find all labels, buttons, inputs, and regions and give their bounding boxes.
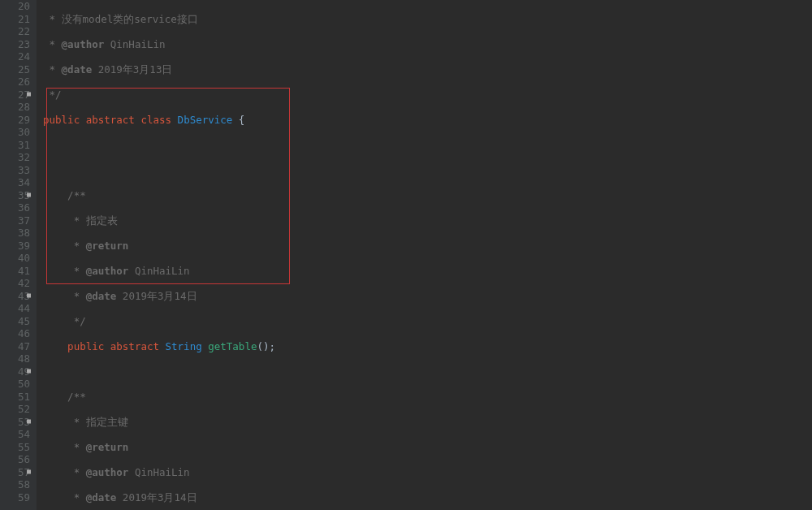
line-number: 59 bbox=[0, 491, 30, 504]
code-area[interactable]: * 没有model类的service接口 * @author QinHaiLin… bbox=[37, 0, 812, 510]
line-number: 27 bbox=[0, 89, 30, 102]
line-number: 41 bbox=[0, 265, 30, 278]
line-number: 28 bbox=[0, 101, 30, 114]
code-line: * 没有model类的service接口 bbox=[43, 13, 812, 26]
line-number-gutter: 20 21 22 23 24 25 26 27 28 29 30 31 32 3… bbox=[0, 0, 37, 510]
line-number: 46 bbox=[0, 327, 30, 340]
code-line: /** bbox=[43, 391, 812, 404]
code-line: public abstract class DbService { bbox=[43, 114, 812, 127]
line-number: 55 bbox=[0, 441, 30, 454]
line-number: 42 bbox=[0, 277, 30, 290]
line-number: 56 bbox=[0, 453, 30, 466]
line-number: 26 bbox=[0, 76, 30, 89]
line-number: 36 bbox=[0, 201, 30, 214]
line-number: 58 bbox=[0, 478, 30, 491]
line-number: 44 bbox=[0, 302, 30, 315]
line-number: 33 bbox=[0, 164, 30, 177]
code-line: * @date 2019年3月14日 bbox=[43, 290, 812, 303]
line-number: 43 bbox=[0, 290, 30, 303]
code-line: /** bbox=[43, 189, 812, 202]
line-number: 45 bbox=[0, 315, 30, 328]
line-number: 30 bbox=[0, 126, 30, 139]
line-number: 37 bbox=[0, 214, 30, 227]
line-number: 52 bbox=[0, 403, 30, 416]
code-line: */ bbox=[43, 315, 812, 328]
line-number: 25 bbox=[0, 63, 30, 76]
line-number: 20 bbox=[0, 0, 30, 13]
code-line: * @return bbox=[43, 240, 812, 253]
line-number: 53 bbox=[0, 416, 30, 429]
line-number: 48 bbox=[0, 352, 30, 365]
line-number: 57 bbox=[0, 466, 30, 479]
line-number: 34 bbox=[0, 176, 30, 189]
code-line: * 指定表 bbox=[43, 214, 812, 227]
line-number: 29 bbox=[0, 114, 30, 127]
code-line: * @date 2019年3月13日 bbox=[43, 63, 812, 76]
code-line: * 指定主键 bbox=[43, 416, 812, 429]
line-number: 49 bbox=[0, 365, 30, 378]
code-line: * @author QinHaiLin bbox=[43, 466, 812, 479]
code-line bbox=[43, 164, 812, 177]
line-number: 22 bbox=[0, 25, 30, 38]
line-number: 38 bbox=[0, 227, 30, 240]
code-line: * @author QinHaiLin bbox=[43, 265, 812, 278]
line-number: 50 bbox=[0, 378, 30, 391]
line-number: 40 bbox=[0, 252, 30, 265]
line-number: 39 bbox=[0, 240, 30, 253]
line-number: 23 bbox=[0, 38, 30, 51]
line-number: 54 bbox=[0, 428, 30, 441]
line-number: 51 bbox=[0, 391, 30, 404]
code-line: * @author QinHaiLin bbox=[43, 38, 812, 51]
code-line: * @date 2019年3月14日 bbox=[43, 491, 812, 504]
line-number: 24 bbox=[0, 50, 30, 63]
line-number: 47 bbox=[0, 340, 30, 353]
code-line: public abstract String getTable(); bbox=[43, 340, 812, 353]
code-editor[interactable]: 20 21 22 23 24 25 26 27 28 29 30 31 32 3… bbox=[0, 0, 812, 510]
line-number: 32 bbox=[0, 151, 30, 164]
code-line: */ bbox=[43, 89, 812, 102]
line-number: 21 bbox=[0, 13, 30, 26]
code-line bbox=[43, 365, 812, 378]
line-number: 35 bbox=[0, 189, 30, 202]
code-line bbox=[43, 139, 812, 152]
code-line: * @return bbox=[43, 441, 812, 454]
line-number: 31 bbox=[0, 139, 30, 152]
